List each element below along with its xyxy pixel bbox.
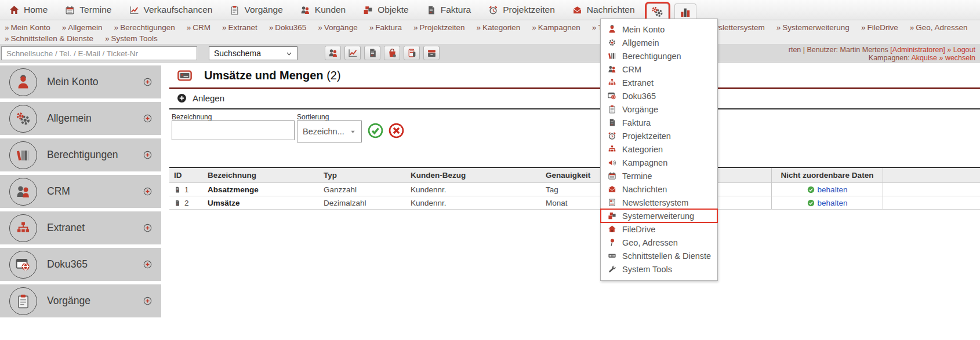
- expand-plus-icon[interactable]: [143, 224, 152, 232]
- search-toolbar-button[interactable]: [423, 46, 440, 60]
- record-doc-icon: [174, 186, 181, 193]
- dropdown-item-label: Vorgänge: [622, 105, 658, 114]
- top-nav-tabs: [647, 0, 696, 20]
- breadcrumb-link[interactable]: »Mein Konto: [5, 22, 50, 33]
- breadcrumb-link[interactable]: »CRM: [187, 22, 210, 33]
- data-table: ID Bezeichnung Typ Kunden-Bezug Genauigk…: [169, 167, 980, 210]
- sidebar-item[interactable]: Berechtigungen: [0, 138, 161, 171]
- cancel-button[interactable]: [389, 123, 404, 138]
- breadcrumb-link[interactable]: »Faktura: [369, 22, 402, 33]
- dropdown-item-label: Extranet: [622, 78, 654, 87]
- expand-plus-icon[interactable]: [143, 260, 152, 269]
- expand-plus-icon[interactable]: [143, 78, 152, 86]
- breadcrumb-link[interactable]: »Doku365: [269, 22, 307, 33]
- dropdown-item[interactable]: FileDrive: [601, 222, 717, 236]
- campaign-switch-link[interactable]: » wechseln: [939, 54, 975, 62]
- chevron-down-icon: [286, 50, 292, 57]
- top-nav-item[interactable]: Home: [9, 5, 48, 15]
- top-nav-item[interactable]: Verkaufschancen: [129, 5, 213, 15]
- top-nav-item[interactable]: Objekte: [363, 5, 408, 15]
- dropdown-item[interactable]: Extranet: [601, 76, 717, 89]
- sidebar-item[interactable]: Extranet: [0, 211, 161, 244]
- sidebar-item[interactable]: Allgemein: [0, 102, 161, 135]
- user-name: Martin Mertens: [840, 46, 888, 54]
- dropdown-item[interactable]: Newslettersystem: [601, 196, 717, 209]
- breadcrumb-link[interactable]: »Extranet: [222, 22, 257, 33]
- chart-line-icon: [348, 48, 358, 58]
- dropdown-item[interactable]: Systemerweiterung: [601, 209, 717, 222]
- bezeichnung-input[interactable]: [172, 120, 295, 140]
- search-toolbar-button[interactable]: [404, 46, 420, 60]
- table-row[interactable]: 2 Umsätze Dezimalzahl Kundennr. Monat be…: [169, 196, 980, 210]
- expand-plus-icon[interactable]: [143, 187, 152, 196]
- nav-tab[interactable]: [674, 3, 696, 20]
- clipboard-icon: [230, 5, 239, 15]
- dropdown-item-label: Nachrichten: [622, 185, 667, 194]
- top-nav-item[interactable]: Projektzeiten: [488, 5, 555, 15]
- search-toolbar-button[interactable]: [344, 46, 361, 60]
- calendar-icon: [65, 5, 75, 15]
- table-row[interactable]: 1 Absatzmenge Ganzzahl Kundennr. Tag beh…: [169, 183, 980, 196]
- top-nav-item-label: Faktura: [441, 5, 471, 15]
- dropdown-item[interactable]: Nachrichten: [601, 182, 717, 196]
- dropdown-item[interactable]: Berechtigungen: [601, 49, 717, 63]
- dropdown-item[interactable]: Vorgänge: [601, 103, 717, 116]
- dropdown-item-label: Newslettersystem: [622, 198, 688, 207]
- dropdown-item[interactable]: Allgemein: [601, 36, 717, 49]
- top-nav-item[interactable]: Faktura: [426, 5, 471, 15]
- confirm-button[interactable]: [368, 123, 383, 138]
- dropdown-item[interactable]: CRM: [601, 63, 717, 76]
- dropdown-item[interactable]: Termine: [601, 169, 717, 182]
- search-toolbar-button[interactable]: [384, 46, 400, 60]
- quick-search-input[interactable]: [1, 46, 197, 60]
- breadcrumb-link[interactable]: »Projektzeiten: [413, 22, 465, 33]
- expand-plus-icon[interactable]: [143, 114, 152, 123]
- sidebar-item[interactable]: Doku365: [0, 248, 161, 281]
- breadcrumb-link[interactable]: »Kampagnen: [532, 22, 580, 33]
- sidebar-item[interactable]: Vorgänge: [0, 284, 161, 317]
- people-icon: [608, 65, 616, 74]
- breadcrumb-link[interactable]: »Geo, Adressen: [910, 22, 968, 33]
- breadcrumb-link[interactable]: »Schnittstellen & Dienste: [5, 33, 93, 44]
- top-nav-item-label: Nachrichten: [587, 5, 635, 15]
- books-icon: [16, 148, 31, 163]
- sortierung-label: Sortierung: [297, 113, 329, 121]
- search-toolbar-button[interactable]: [364, 46, 380, 60]
- dropdown-item[interactable]: Doku365: [601, 89, 717, 103]
- breadcrumb-link[interactable]: »Berechtigungen: [114, 22, 175, 33]
- expand-plus-icon[interactable]: [143, 151, 152, 159]
- sidebar-item-label: Vorgänge: [47, 295, 143, 307]
- behalten-link[interactable]: behalten: [818, 185, 848, 194]
- dropdown-item[interactable]: Mein Konto: [601, 23, 717, 36]
- breadcrumb-link[interactable]: »Kategorien: [477, 22, 521, 33]
- dropdown-item[interactable]: Kategorien: [601, 142, 717, 156]
- top-nav-item-label: Projektzeiten: [503, 5, 555, 15]
- sortierung-select[interactable]: Bezeichn...: [297, 120, 362, 142]
- sidebar-item[interactable]: CRM: [0, 175, 161, 208]
- breadcrumb-link[interactable]: »System Tools: [105, 33, 158, 44]
- dropdown-item[interactable]: Kampagnen: [601, 156, 717, 169]
- top-nav-item[interactable]: Termine: [65, 5, 111, 15]
- dropdown-item[interactable]: Faktura: [601, 116, 717, 129]
- dropdown-item[interactable]: Schnittstellen & Dienste: [601, 249, 717, 262]
- dropdown-item[interactable]: Projektzeiten: [601, 129, 717, 142]
- suchschema-select[interactable]: Suchschema: [209, 46, 297, 60]
- top-nav-item[interactable]: Nachrichten: [572, 5, 635, 15]
- sidebar-item[interactable]: Mein Konto: [0, 65, 161, 98]
- breadcrumb-link[interactable]: »Systemerweiterung: [776, 22, 850, 33]
- anlegen-button[interactable]: Anlegen: [177, 93, 224, 103]
- nav-tab[interactable]: [647, 3, 669, 20]
- dropdown-item[interactable]: Geo, Adressen: [601, 236, 717, 249]
- search-toolbar-button[interactable]: [325, 46, 341, 60]
- top-nav-item[interactable]: Vorgänge: [230, 5, 282, 15]
- breadcrumb-link[interactable]: »Vorgänge: [318, 22, 357, 33]
- behalten-link[interactable]: behalten: [818, 199, 848, 207]
- breadcrumb-link[interactable]: »FileDrive: [861, 22, 898, 33]
- expand-plus-icon[interactable]: [143, 297, 152, 305]
- sidebar-item-label: Doku365: [47, 258, 143, 270]
- breadcrumb-link[interactable]: »Allgemein: [62, 22, 103, 33]
- logout-link[interactable]: » Logout: [947, 46, 975, 54]
- top-nav-item[interactable]: Kunden: [300, 5, 346, 15]
- dropdown-item[interactable]: System Tools: [601, 262, 717, 276]
- map-pin-icon: [608, 238, 616, 247]
